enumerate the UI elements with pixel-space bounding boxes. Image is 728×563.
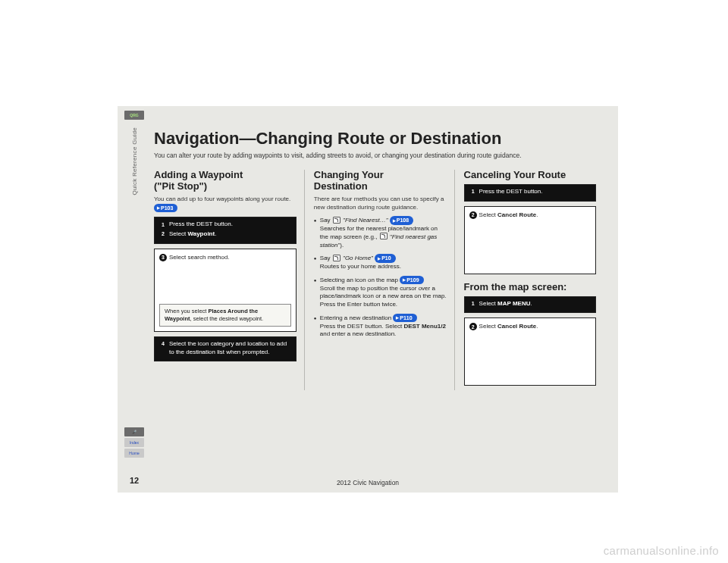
col1-box2-note: When you select Places Around the Waypoi… bbox=[159, 304, 291, 327]
voice-icon bbox=[333, 255, 340, 261]
col1-step3: Select search method. bbox=[169, 254, 291, 262]
side-tabs: QRG Quick Reference Guide 🎤 Index Home bbox=[122, 111, 146, 459]
page-ref-p10[interactable]: P10 bbox=[375, 254, 395, 262]
col-adding-waypoint: Adding a Waypoint("Pit Stop") You can ad… bbox=[154, 170, 304, 390]
col3-box2: 2Select Cancel Route. bbox=[464, 206, 597, 274]
col3-heading2: From the map screen: bbox=[464, 282, 597, 293]
col2-bullet1: Say "Find Nearest…" P108 Searches for th… bbox=[314, 216, 447, 249]
tab-home[interactable]: Home bbox=[124, 449, 144, 458]
col2-bullets: Say "Find Nearest…" P108 Searches for th… bbox=[314, 216, 447, 339]
page-ref-p110[interactable]: P110 bbox=[393, 314, 416, 322]
step-number-icon: 2 bbox=[159, 230, 167, 238]
tab-voice[interactable]: 🎤 bbox=[124, 427, 144, 436]
col2-bullet4: Entering a new destination P110 Press th… bbox=[314, 314, 447, 339]
section-label: Quick Reference Guide bbox=[131, 127, 138, 195]
col3-box4: 2Select Cancel Route. bbox=[464, 317, 597, 386]
watermark: carmanualsonline.info bbox=[604, 544, 719, 557]
col-canceling-route: Canceling Your Route 1Press the DEST but… bbox=[454, 170, 604, 390]
col1-step4: Select the icon category and location to… bbox=[169, 340, 291, 357]
col2-bullet2: Say "Go Home" P10 Routes to your home ad… bbox=[314, 254, 447, 271]
col1-step1: Press the DEST button. bbox=[169, 221, 291, 229]
col1-body: You can add up to four waypoints along y… bbox=[154, 195, 297, 212]
footer-doc-title: 2012 Civic Navigation bbox=[118, 479, 618, 486]
voice-icon bbox=[333, 217, 340, 224]
col-changing-destination: Changing YourDestination There are four … bbox=[304, 170, 454, 390]
page-ref-p109[interactable]: P109 bbox=[400, 276, 423, 284]
tab-qrg[interactable]: QRG bbox=[124, 111, 144, 120]
page-ref-p103[interactable]: P103 bbox=[154, 204, 177, 212]
voice-icon bbox=[380, 233, 388, 239]
step-number-icon: 2 bbox=[469, 211, 477, 219]
col3-heading: Canceling Your Route bbox=[464, 170, 597, 181]
col1-box1: 1Press the DEST button. 2Select Waypoint… bbox=[154, 217, 297, 244]
col1-box2: 3Select search method. When you select P… bbox=[154, 249, 297, 332]
page-title: Navigation—Changing Route or Destination bbox=[154, 129, 604, 149]
step-number-icon: 3 bbox=[159, 254, 167, 261]
manual-page: QRG Quick Reference Guide 🎤 Index Home 1… bbox=[118, 106, 618, 493]
step-number-icon: 2 bbox=[469, 323, 477, 330]
tab-index[interactable]: Index bbox=[124, 438, 144, 447]
step-number-icon: 1 bbox=[159, 221, 167, 228]
page-intro: You can alter your route by adding waypo… bbox=[154, 152, 604, 159]
col2-body: There are four methods you can use to sp… bbox=[314, 195, 447, 212]
columns: Adding a Waypoint("Pit Stop") You can ad… bbox=[154, 170, 604, 390]
col1-box3: 4Select the icon category and location t… bbox=[154, 336, 297, 362]
step-number-icon: 1 bbox=[469, 188, 477, 195]
page-ref-p108[interactable]: P108 bbox=[390, 216, 413, 224]
col3-step1: Press the DEST button. bbox=[479, 188, 592, 196]
col1-step2: Select Waypoint. bbox=[169, 230, 291, 239]
col2-heading: Changing YourDestination bbox=[314, 170, 447, 192]
step-number-icon: 4 bbox=[159, 340, 167, 348]
col3-box1: 1Press the DEST button. bbox=[464, 184, 597, 202]
col3b-step2: Select Cancel Route. bbox=[479, 323, 592, 331]
col3b-step1: Select MAP MENU. bbox=[479, 300, 592, 308]
step-number-icon: 1 bbox=[469, 300, 477, 308]
col2-bullet3: Selecting an icon on the map P109 Scroll… bbox=[314, 276, 447, 309]
col3-step2: Select Cancel Route. bbox=[479, 211, 592, 220]
col1-heading: Adding a Waypoint("Pit Stop") bbox=[154, 170, 297, 192]
col3-box3: 1Select MAP MENU. bbox=[464, 296, 597, 314]
